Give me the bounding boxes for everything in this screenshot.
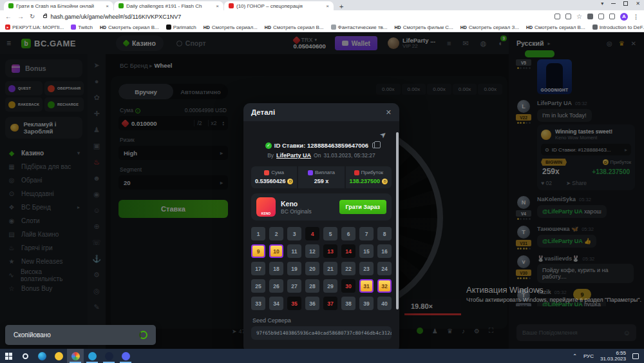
bookmark-label: Смотреть сериал В... — [273, 25, 324, 30]
bookmark-item[interactable]: HDСмотреть сериал З... — [460, 25, 519, 30]
tab-favicon — [229, 3, 234, 8]
browser-tab-strip: Грати в Crash на Біткойни онлай×Daily ch… — [0, 0, 644, 10]
cast-icon[interactable] — [554, 14, 560, 19]
keno-number: 31 — [359, 279, 374, 293]
play-now-button[interactable]: Грати Зараз — [339, 200, 386, 214]
bet-stats: Сума0.53560426DВиплата259 xПрибуток138.2… — [251, 166, 392, 188]
taskbar-edge-icon[interactable] — [33, 349, 50, 363]
keno-number: 23 — [359, 262, 374, 275]
keno-number: 34 — [269, 297, 283, 310]
keno-number: 11 — [287, 244, 301, 258]
keno-number: 40 — [377, 297, 392, 310]
stat-Сума: Сума0.53560426D — [251, 166, 297, 188]
modal-close-icon[interactable]: ✕ — [386, 108, 392, 117]
bookmark-item[interactable]: Introduction to DeF... — [592, 25, 644, 30]
tab-title: (10) ГОНОР – спецоперація — [236, 3, 323, 9]
toast-timer-ring — [139, 331, 147, 339]
bookmark-item[interactable]: HDСмотреть сериал... — [204, 25, 258, 30]
bookmark-item[interactable]: HDСмотреть сериал В... — [100, 25, 159, 30]
bookmark-label: Фантастические тв... — [338, 25, 388, 30]
windows-logo — [5, 353, 12, 360]
hd-icon: HD — [204, 25, 210, 30]
tab-close-icon[interactable]: × — [106, 3, 109, 9]
keno-number: 18 — [269, 262, 283, 275]
hd-icon: HD — [100, 25, 106, 30]
toolbar-icons: ☆ A ⋮ — [554, 13, 639, 21]
keno-number: 1 — [251, 227, 265, 240]
minimize-button[interactable] — [611, 3, 616, 4]
back-button[interactable]: ← — [5, 13, 12, 20]
windows-activation-watermark: Активация Windows Чтобы активировать Win… — [466, 285, 641, 303]
taskbar-explorer-icon[interactable] — [50, 349, 67, 363]
taskbar-clock[interactable]: 6:55 31.03.2023 — [600, 350, 626, 362]
browser-tab[interactable]: (10) ГОНОР – спецоперація× — [224, 1, 334, 10]
tab-search-icon[interactable]: ▾ — [601, 1, 603, 6]
bookmark-item[interactable]: HDСмотреть сериал В... — [265, 25, 324, 30]
coin-icon: D — [382, 179, 388, 184]
twitch-icon — [71, 25, 76, 30]
maximize-button[interactable] — [623, 1, 628, 6]
taskbar-telegram-icon[interactable] — [84, 349, 100, 363]
share-bet-icon[interactable]: ➤ — [378, 129, 389, 140]
profile-avatar[interactable]: A — [620, 13, 628, 21]
browser-tab[interactable]: Daily challenges #191 - Flash Ch× — [114, 1, 223, 10]
share-icon[interactable] — [565, 14, 571, 19]
taskbar-chrome-icon[interactable] — [67, 349, 84, 363]
window-controls: ▾ ✕ — [601, 1, 640, 6]
bookmark-item[interactable]: ▸РЕКРУТ.UA: МОРПІ... — [5, 25, 64, 30]
seed-value[interactable]: 97f65b9d1403865936ca40cad58680737c80f46d… — [251, 326, 392, 340]
bet-details-modal: Деталі ✕ ➤ ✓ ID Ставки: 1288884638596470… — [243, 103, 399, 349]
coin-icon: D — [287, 179, 293, 184]
bookmark-item[interactable]: Parimatch — [166, 25, 196, 30]
notification-center-icon[interactable] — [632, 353, 639, 359]
tab-close-icon[interactable]: × — [216, 3, 219, 9]
bet-by-row: By LifeParty UA On 31.03.2023, 05:32:27 — [243, 152, 399, 159]
tray-chevron-icon[interactable]: ⌃ — [573, 353, 577, 359]
bet-id-value: 128888463859647006 — [307, 142, 368, 149]
taskbar-start-icon[interactable] — [0, 349, 17, 363]
taskbar-language[interactable]: РУС — [583, 353, 594, 359]
bookmark-item[interactable]: HDСмотреть сериал В... — [526, 25, 585, 30]
keno-number: 39 — [359, 297, 374, 310]
stat-value: 0.53560426D — [251, 178, 297, 184]
keno-number: 15 — [359, 244, 374, 258]
close-window-button[interactable]: ✕ — [636, 1, 640, 6]
browser-tab[interactable]: Грати в Crash на Біткойни онлай× — [4, 1, 113, 10]
tab-close-icon[interactable]: × — [326, 3, 329, 9]
stat-icon — [308, 170, 313, 175]
keno-number: 26 — [269, 279, 283, 293]
address-bar[interactable]: hash.game/uk/game/wheel#/sd/116KIVKPXC1N… — [41, 14, 549, 20]
keno-number: 2 — [269, 227, 283, 240]
bookmark-label: Смотреть сериал В... — [535, 25, 585, 30]
seed-label: Seed Сервера — [252, 317, 390, 324]
bookmark-star-icon[interactable]: ☆ — [576, 14, 582, 19]
side-panel-icon[interactable] — [609, 14, 615, 19]
reload-button[interactable]: ↻ — [30, 13, 35, 20]
taskbar-steam-icon[interactable] — [100, 349, 117, 363]
forward-button[interactable]: → — [17, 13, 24, 20]
keno-number: 3 — [287, 227, 301, 240]
bookmark-item[interactable]: Twitch — [71, 25, 93, 30]
extensions-icon[interactable] — [587, 14, 593, 19]
keno-number: 5 — [323, 227, 337, 240]
bookmark-item[interactable]: Фантастические тв... — [331, 25, 388, 30]
bookmark-item[interactable]: HDСмотреть фильм С... — [395, 25, 453, 30]
reading-list-icon[interactable] — [598, 14, 604, 19]
keno-number: 10 — [269, 244, 283, 258]
browser-tabs: Грати в Crash на Біткойни онлай×Daily ch… — [4, 1, 334, 10]
verified-shield-icon: ✓ — [265, 142, 272, 149]
modal-scrollbar[interactable] — [396, 132, 399, 309]
url-text[interactable]: hash.game/uk/game/wheel#/sd/116KIVKPXC1N… — [50, 14, 181, 20]
stat-icon — [354, 170, 359, 175]
keno-number: 36 — [305, 297, 319, 310]
taskbar-search-icon[interactable] — [17, 349, 33, 363]
game-card: KENO Keno BC Originals Грати Зараз — [251, 193, 392, 221]
new-tab-button[interactable]: + — [339, 3, 343, 10]
browser-menu-icon[interactable]: ⋮ — [633, 14, 639, 20]
copy-icon[interactable] — [372, 142, 377, 148]
keno-game-tile[interactable]: KENO — [256, 197, 276, 217]
bet-datetime: 31.03.2023, 05:32:27 — [323, 152, 375, 159]
player-link[interactable]: LifeParty UA — [276, 152, 311, 159]
bookmark-label: Смотреть сериал... — [212, 25, 258, 30]
taskbar-discord-icon[interactable] — [117, 349, 134, 363]
